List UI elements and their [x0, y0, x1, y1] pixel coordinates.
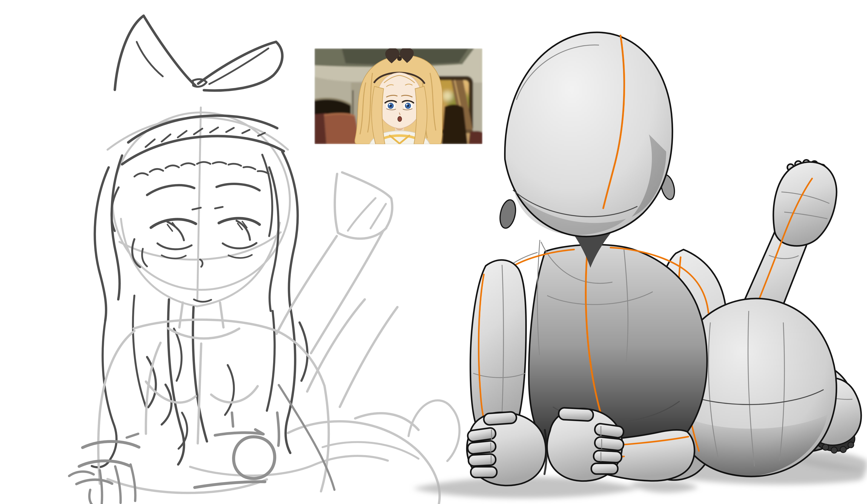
toe: [823, 444, 828, 450]
stroke: [232, 412, 233, 427]
seat-terracotta: [324, 114, 358, 144]
finger: [468, 454, 496, 466]
girl-mouth-open: [398, 117, 402, 121]
toe: [840, 447, 846, 452]
finger: [591, 463, 618, 474]
thumb: [558, 407, 593, 421]
left-fist: [467, 411, 546, 485]
finger: [471, 467, 497, 478]
finger: [593, 450, 622, 463]
girl-bow-knot: [397, 56, 402, 61]
eye-glint: [406, 104, 408, 105]
eye-glint: [389, 104, 390, 105]
art-canvas: [0, 0, 867, 504]
toe: [848, 442, 854, 448]
corner-seat: [469, 131, 482, 144]
finger: [467, 440, 496, 454]
finger: [594, 437, 624, 451]
thumb: [483, 411, 517, 425]
reference-image: [314, 47, 482, 144]
toe: [831, 447, 837, 453]
